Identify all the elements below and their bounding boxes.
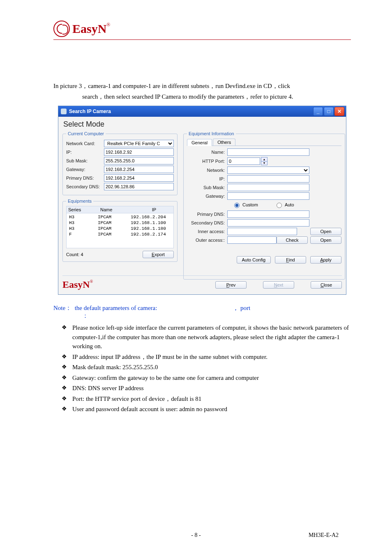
label-inner-access: Inner access: [187, 229, 227, 234]
label-sdns: Secondary DNS: [66, 184, 104, 189]
equipment-list[interactable]: H3IPCAM192.168.2.204 H3IPCAM192.168.1.10… [66, 213, 174, 248]
app-icon [61, 109, 67, 114]
close-dialog-button[interactable]: Close [311, 281, 342, 289]
gateway-input[interactable] [104, 166, 174, 173]
sdns-input[interactable] [104, 183, 174, 190]
label-eq-sdns: Secondary DNS: [187, 220, 227, 225]
list-item: Port: the HTTP service port of device，de… [60, 394, 351, 404]
apply-button[interactable]: Apply [310, 256, 341, 264]
label-eq-pdns: Primary DNS: [187, 212, 227, 217]
eq-pdns-input[interactable] [227, 210, 309, 218]
open-outer-button[interactable]: Open [310, 236, 341, 244]
table-row: H3IPCAM192.168.1.100 [67, 220, 173, 226]
find-button[interactable]: Find [275, 256, 306, 264]
count-label: Count: 4 [66, 252, 83, 257]
close-button[interactable]: ✕ [334, 107, 344, 116]
equipments-group: Equipments Series Name IP H3IPCAM192.168… [62, 199, 178, 262]
ip-input[interactable] [104, 148, 174, 156]
label-pdns: Primary DNS: [66, 176, 104, 180]
list-item: Gateway: confirm the gateway to be the s… [60, 373, 351, 383]
list-item: Mask default mask: 255.255.255.0 [60, 363, 351, 372]
minimize-button[interactable]: _ [313, 107, 323, 116]
mode-title: Select Mode [63, 120, 342, 129]
pdns-input[interactable] [104, 174, 174, 182]
eq-name-input[interactable] [227, 148, 309, 156]
logo-icon [53, 21, 70, 37]
window-title: Search IP Camera [69, 109, 111, 114]
list-item: User and password default account is use… [60, 405, 351, 414]
list-item: IP address: input IP address，the IP must… [60, 352, 351, 362]
eq-ip-input[interactable] [227, 175, 309, 183]
label-eq-ip: IP: [187, 176, 227, 181]
tabs: General Others [187, 139, 341, 146]
equipment-info-group: Equipment Information General Others Nam… [183, 131, 345, 280]
list-item: Please notice left-up side interface the… [60, 323, 351, 351]
titlebar[interactable]: Search IP Camera _ □ ✕ [58, 106, 346, 117]
outer-access-input[interactable] [227, 236, 277, 244]
page-footer: - 8 - MH3E-E-A2 [0, 532, 392, 539]
table-row: H3IPCAM192.168.1.180 [67, 226, 173, 231]
label-network-card: Network Card: [66, 141, 104, 146]
equipment-info-legend: Equipment Information [187, 131, 236, 136]
label-network: Network: [187, 168, 227, 173]
brand-logo: EasyN® [53, 21, 351, 37]
label-eq-submask: Sub Mask: [187, 185, 227, 190]
equipment-header: Series Name IP [66, 206, 174, 213]
bottom-logo: EasyN® [62, 279, 93, 290]
radio-auto[interactable]: Auto [274, 201, 294, 208]
logo-text: EasyN® [72, 22, 110, 36]
maximize-button[interactable]: □ [324, 107, 334, 116]
inner-access-input[interactable] [227, 228, 297, 235]
check-button[interactable]: Check [277, 236, 308, 244]
label-outer-access: Outer access:: [187, 238, 227, 243]
export-button[interactable]: Export [143, 251, 174, 258]
next-button[interactable]: Next [263, 281, 294, 289]
list-item: DNS: DNS server IP address [60, 384, 351, 393]
port-spinner[interactable]: ▲▼ [261, 157, 267, 165]
http-port-input[interactable] [227, 157, 260, 165]
header-rule [53, 39, 351, 40]
tab-others[interactable]: Others [213, 139, 235, 146]
eq-sdns-input[interactable] [227, 219, 309, 227]
network-select[interactable] [227, 166, 309, 174]
table-row: FIPCAM192.168.2.174 [67, 231, 173, 237]
label-ip: IP: [66, 150, 104, 155]
table-row: H3IPCAM192.168.2.204 [67, 214, 173, 220]
label-eq-gateway: Gateway: [187, 194, 227, 199]
label-http-port: HTTP Port: [187, 159, 227, 164]
eq-submask-input[interactable] [227, 184, 309, 191]
network-card-select[interactable]: Realtek PCIe FE Family C [104, 140, 174, 147]
label-gateway: Gateway: [66, 167, 104, 172]
radio-custom[interactable]: Custom [232, 201, 258, 208]
tab-general[interactable]: General [187, 139, 212, 146]
submask-input[interactable] [104, 157, 174, 164]
current-computer-legend: Current Computer [66, 131, 106, 136]
equipments-legend: Equipments [66, 199, 93, 204]
open-inner-button[interactable]: Open [310, 228, 341, 235]
caption-text: In picture 3，camera-1 and computer-1 are… [53, 81, 351, 102]
current-computer-group: Current Computer Network Card: Realtek P… [62, 131, 178, 195]
eq-gateway-input[interactable] [227, 192, 309, 200]
label-submask: Sub Mask: [66, 158, 104, 163]
app-window: Search IP Camera _ □ ✕ Select Mode Curre… [58, 106, 346, 294]
auto-config-button[interactable]: Auto Config [237, 256, 271, 264]
label-eq-name: Name: [187, 150, 227, 155]
prev-button[interactable]: Prev [215, 281, 247, 289]
note-block: Note： the default parameters of camera: … [53, 304, 351, 414]
